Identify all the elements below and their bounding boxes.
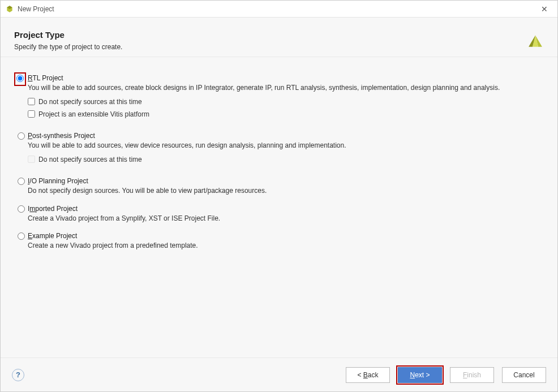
checkbox-no-sources-label[interactable]: Do not specify sources at this time <box>28 98 142 106</box>
dialog-footer: ? < Back Next > Finish Cancel <box>1 357 557 391</box>
desc-rtl-project: You will be able to add sources, create … <box>28 83 544 92</box>
label-imported-project[interactable]: Imported Project <box>28 205 78 213</box>
desc-example-project: Create a new Vivado project from a prede… <box>28 241 544 250</box>
checkbox-vitis-platform-label[interactable]: Project is an extensible Vitis platform <box>28 110 149 118</box>
label-rtl-project[interactable]: RTL Project <box>28 74 63 82</box>
close-button[interactable]: ✕ <box>536 5 553 14</box>
radio-example-project[interactable] <box>18 232 25 240</box>
page-subtitle: Specify the type of project to create. <box>14 43 544 51</box>
window-title: New Project <box>18 5 536 13</box>
option-postsynth-project: Post-synthesis Project You will be able … <box>14 132 544 168</box>
checkbox-no-sources[interactable] <box>28 98 35 105</box>
next-button[interactable]: Next > <box>398 367 442 383</box>
titlebar: New Project ✕ <box>1 1 557 18</box>
vivado-logo <box>526 33 545 53</box>
desc-io-planning-project: Do not specify design sources. You will … <box>28 186 544 195</box>
desc-postsynth-project: You will be able to add sources, view de… <box>28 141 544 150</box>
label-postsynth-project[interactable]: Post-synthesis Project <box>28 132 95 140</box>
radio-postsynth-project[interactable] <box>18 132 25 140</box>
help-button[interactable]: ? <box>12 369 24 381</box>
radio-io-planning-project[interactable] <box>18 178 25 185</box>
highlight-rtl-radio <box>14 72 26 86</box>
label-io-planning-project[interactable]: I/O Planning Project <box>28 177 88 185</box>
page-title: Project Type <box>14 30 544 40</box>
option-rtl-project: RTL Project You will be able to add sour… <box>14 74 544 123</box>
checkbox-postsynth-no-sources-label: Do not specify sources at this time <box>28 156 142 163</box>
option-example-project: Example Project Create a new Vivado proj… <box>14 232 544 250</box>
back-button[interactable]: < Back <box>346 367 390 383</box>
option-io-planning-project: I/O Planning Project Do not specify desi… <box>14 177 544 195</box>
desc-imported-project: Create a Vivado project from a Synplify,… <box>28 214 544 223</box>
checkbox-postsynth-no-sources <box>28 156 35 163</box>
dialog-body: RTL Project You will be able to add sour… <box>1 57 557 357</box>
option-imported-project: Imported Project Create a Vivado project… <box>14 205 544 223</box>
new-project-dialog: New Project ✕ Project Type Specify the t… <box>0 0 558 392</box>
checkbox-vitis-platform[interactable] <box>28 110 35 118</box>
app-icon <box>5 5 14 14</box>
radio-imported-project[interactable] <box>18 205 25 213</box>
radio-rtl-project[interactable] <box>16 75 24 82</box>
cancel-button[interactable]: Cancel <box>502 367 546 383</box>
label-example-project[interactable]: Example Project <box>28 232 77 240</box>
finish-button: Finish <box>450 367 494 383</box>
dialog-header: Project Type Specify the type of project… <box>1 18 557 57</box>
